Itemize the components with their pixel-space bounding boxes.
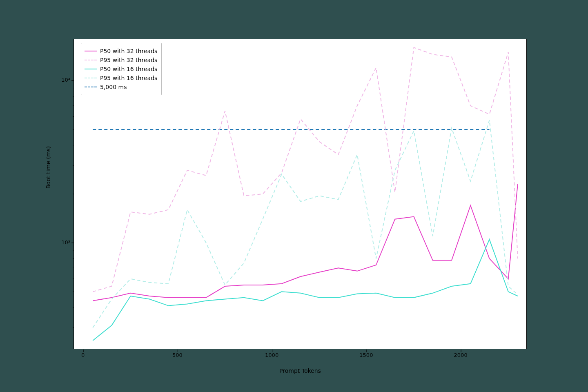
x-tick-label: 2000 bbox=[448, 352, 473, 358]
legend-swatch bbox=[85, 78, 97, 78]
legend-label: 5,000 ms bbox=[100, 84, 127, 90]
y-axis-label: Boot time (ms) bbox=[45, 106, 51, 229]
legend-label: P95 with 16 threads bbox=[100, 75, 157, 81]
legend-label: P50 with 16 threads bbox=[100, 66, 157, 72]
legend-item: P95 with 16 threads bbox=[85, 74, 157, 82]
x-axis-label: Prompt Tokens bbox=[74, 368, 527, 374]
legend-swatch bbox=[85, 51, 97, 51]
y-tick-label: 10⁴ bbox=[46, 77, 70, 83]
legend-item: P50 with 16 threads bbox=[85, 65, 157, 74]
x-tick-label: 1000 bbox=[260, 352, 284, 358]
legend: P50 with 32 threads P95 with 32 threads … bbox=[81, 43, 162, 95]
legend-item: P95 with 32 threads bbox=[85, 56, 157, 65]
y-tick-label: 10³ bbox=[46, 239, 70, 245]
x-tick-label: 0 bbox=[71, 352, 95, 358]
legend-swatch bbox=[85, 87, 97, 87]
legend-swatch bbox=[85, 60, 97, 60]
legend-swatch bbox=[85, 69, 97, 69]
legend-label: P50 with 32 threads bbox=[100, 48, 157, 54]
x-tick-label: 1500 bbox=[354, 352, 379, 358]
x-tick-label: 500 bbox=[165, 352, 189, 358]
legend-item: 5,000 ms bbox=[85, 82, 157, 91]
legend-label: P95 with 32 threads bbox=[100, 57, 157, 63]
legend-item: P50 with 32 threads bbox=[85, 47, 157, 56]
